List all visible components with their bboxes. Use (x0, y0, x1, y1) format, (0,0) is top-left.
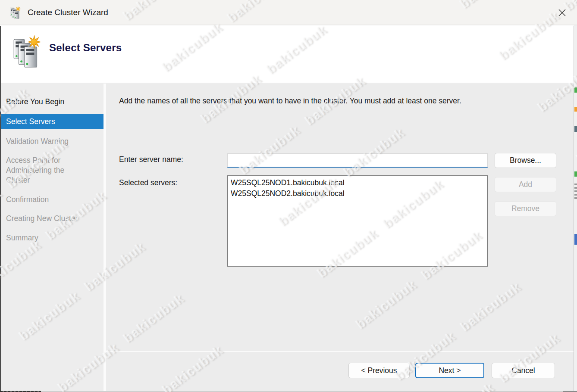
instruction-text: Add the names of all the servers that yo… (119, 96, 555, 106)
step-summary: Summary (0, 231, 103, 245)
next-button[interactable]: Next > (415, 363, 484, 378)
list-item[interactable]: W25SQL25NOD2.bakicubuk.local (231, 188, 484, 199)
list-item[interactable]: W25SQL25NOD1.bakicubuk.local (231, 177, 484, 188)
background-icon-fragment (574, 171, 577, 177)
background-window-right-edge (574, 26, 577, 391)
step-before-you-begin[interactable]: Before You Begin (0, 95, 103, 109)
background-icon-fragment (574, 107, 577, 112)
step-access-point: Access Point for Administering the Clust… (0, 153, 86, 187)
window-title: Create Cluster Wizard (28, 8, 108, 17)
remove-button[interactable]: Remove (495, 201, 556, 216)
titlebar: Create Cluster Wizard (0, 0, 577, 25)
wizard-steps-sidebar: Before You Begin Select Servers Validati… (0, 84, 106, 391)
footer-separator (106, 351, 574, 352)
step-validation-warning: Validation Warning (0, 134, 103, 149)
step-confirmation: Confirmation (0, 193, 103, 207)
cancel-button[interactable]: Cancel (492, 363, 555, 378)
selected-servers-label: Selected servers: (119, 178, 177, 187)
wizard-header: Select Servers (0, 25, 574, 83)
server-name-input[interactable] (227, 153, 488, 168)
background-window-left-edge (0, 26, 1, 392)
selected-servers-listbox[interactable]: W25SQL25NOD1.bakicubuk.local W25SQL25NOD… (227, 175, 488, 267)
step-creating-new-cluster: Creating New Cluster (0, 212, 103, 226)
close-button[interactable] (554, 5, 570, 20)
background-icon-fragment (574, 234, 577, 245)
background-icon-fragment (574, 184, 577, 201)
background-icon-fragment (574, 126, 577, 132)
previous-button[interactable]: < Previous (348, 363, 410, 378)
create-cluster-wizard-window: Create Cluster Wizard Select Servers Bef… (0, 0, 577, 392)
select-servers-icon (12, 35, 42, 68)
step-select-servers[interactable]: Select Servers (0, 114, 103, 129)
add-button[interactable]: Add (495, 177, 556, 192)
background-icon-fragment (574, 87, 577, 93)
page-title: Select Servers (49, 42, 122, 54)
close-icon (558, 9, 566, 16)
cluster-wizard-icon (9, 6, 21, 19)
wizard-page-content: Add the names of all the servers that yo… (106, 84, 574, 391)
browse-button[interactable]: Browse... (495, 153, 556, 168)
server-name-label: Enter server name: (119, 155, 183, 164)
